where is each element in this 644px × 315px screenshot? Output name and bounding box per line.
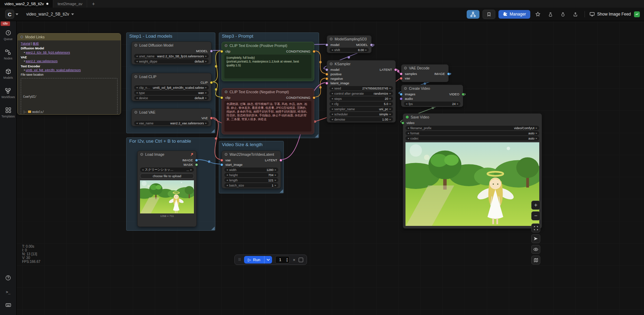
video-preview[interactable] xyxy=(405,142,539,226)
input-port-positive[interactable] xyxy=(325,73,328,76)
node-titlebar[interactable]: Save Video xyxy=(403,114,542,121)
run-button[interactable]: ▷ Run xyxy=(244,256,272,264)
manager-button[interactable]: Manager xyxy=(498,10,530,19)
widget-increment-icon[interactable]: ▸ xyxy=(205,60,207,63)
widget-row[interactable]: ◂ length 121 ▸ xyxy=(224,178,278,182)
input-port-images[interactable] xyxy=(400,93,403,96)
batch-count-steppers[interactable]: ▲▼ xyxy=(285,257,289,262)
widget-increment-icon[interactable]: ▸ xyxy=(205,86,207,89)
choose-file-button[interactable]: choose file to upload xyxy=(140,173,194,179)
batch-count-value[interactable]: 1 xyxy=(276,258,285,262)
node-canvas[interactable]: Step1 - Load models For I2v, use Ctrl + … xyxy=(0,0,644,315)
output-port-latent[interactable] xyxy=(279,159,282,162)
node-clip-text-encode-positive[interactable]: CLIP Text Encode (Positive Prompt) clip … xyxy=(222,42,314,81)
widget-decrement-icon[interactable]: ◂ xyxy=(136,97,138,99)
model-download-link[interactable]: umt5_xxl_fp8_e4m3fn_scaled.safetensors xyxy=(26,68,81,72)
widget-increment-icon[interactable]: ▸ xyxy=(390,92,391,95)
widget-row[interactable]: ◂ width 1280 ▸ xyxy=(224,168,278,172)
fit-view-button[interactable] xyxy=(531,223,540,232)
widget-row[interactable]: ◂ fps 24 ▸ xyxy=(404,102,460,106)
select-mode-button[interactable] xyxy=(531,234,540,243)
widget-row[interactable]: ◂ format auto ▸ xyxy=(405,131,539,135)
drag-handle-icon[interactable]: ⠿ xyxy=(238,258,241,262)
node-wan22-image-to-video-latent[interactable]: Wan22ImageToVideoLatent vae LATENT start… xyxy=(222,151,281,189)
collapse-dot[interactable] xyxy=(140,153,143,156)
collapse-dot[interactable] xyxy=(134,111,137,114)
output-port-mask[interactable] xyxy=(195,163,198,166)
zoom-in-button[interactable]: + xyxy=(531,201,540,210)
node-load-clip[interactable]: Load CLIP CLIP ◂ clip_name umt5_xxl_fp8_… xyxy=(131,73,212,101)
widget-increment-icon[interactable]: ▸ xyxy=(275,184,276,187)
widget-decrement-icon[interactable]: ◂ xyxy=(332,92,333,95)
group-title[interactable]: For I2v, use Ctrl + B to enable xyxy=(127,138,215,144)
zoom-out-button[interactable]: − xyxy=(531,211,540,220)
node-titlebar[interactable]: Load Image xyxy=(138,151,196,158)
sidebar-item-queue[interactable]: Queue xyxy=(4,30,13,41)
widget-increment-icon[interactable]: ▸ xyxy=(536,132,537,135)
node-load-image[interactable]: Load Image IMAGE MASK ◂ スクリーンショット 2025-0… xyxy=(137,151,197,227)
input-port-negative[interactable] xyxy=(325,77,328,80)
node-model-sampling-sd3[interactable]: ModelSamplingSD3 model MODEL ◂ shift 8.0… xyxy=(327,35,372,53)
tab-video-wan2-2-5b-ti2v[interactable]: video_wan2_2_5B_ti2v xyxy=(0,0,53,8)
widget-increment-icon[interactable]: ▸ xyxy=(275,179,276,182)
widget-increment-icon[interactable]: ▸ xyxy=(205,55,207,58)
input-port-audio[interactable] xyxy=(400,97,403,100)
input-port-model[interactable] xyxy=(325,68,328,71)
widget-row[interactable]: ◂ clip_name umt5_xxl_fp8_e4m3fn_scaled.s… xyxy=(134,85,209,90)
bookmark-button[interactable] xyxy=(483,10,495,19)
tutorial-link-cn[interactable]: 教程 xyxy=(33,42,39,45)
widget-decrement-icon[interactable]: ◂ xyxy=(136,92,138,94)
node-titlebar[interactable]: ModelSamplingSD3 xyxy=(327,36,371,42)
extension-status-icon[interactable] xyxy=(634,11,640,17)
widget-decrement-icon[interactable]: ◂ xyxy=(226,169,228,171)
widget-row[interactable]: ◂ height 704 ▸ xyxy=(224,173,278,177)
output-port-image[interactable] xyxy=(195,159,198,162)
widget-row[interactable]: ◂ vae_name wan2.2_vae.safetensors ▸ xyxy=(134,121,209,125)
widget-decrement-icon[interactable]: ◂ xyxy=(226,184,228,187)
new-workflow-tab-button[interactable]: + xyxy=(87,0,100,8)
widget-row[interactable]: ◂ batch_size 1 ▸ xyxy=(224,183,278,188)
sidebar-item-models[interactable]: Models xyxy=(3,68,13,79)
share-button[interactable] xyxy=(571,10,580,19)
input-port-clip[interactable] xyxy=(220,96,223,99)
node-save-video[interactable]: Save Video video ◂ filename_prefix video… xyxy=(403,113,542,229)
node-titlebar[interactable]: Wan22ImageToVideoLatent xyxy=(222,151,281,158)
widget-row[interactable]: ◂ sampler_name uni_pc ▸ xyxy=(329,107,393,111)
input-port-clip[interactable] xyxy=(220,50,223,53)
node-vae-decode[interactable]: VAE Decode samples IMAGE vae xyxy=(401,64,449,82)
widget-row[interactable]: ◂ shift 8.00 ▸ xyxy=(329,48,369,52)
widget-row[interactable]: ◂ steps 20 ▸ xyxy=(329,96,393,101)
group-title[interactable]: Video Size & length xyxy=(219,141,283,148)
node-clip-text-encode-negative[interactable]: CLIP Text Encode (Negative Prompt) clip … xyxy=(222,88,314,134)
widget-decrement-icon[interactable]: ◂ xyxy=(408,132,409,135)
widget-decrement-icon[interactable]: ◂ xyxy=(332,97,333,100)
output-port-clip[interactable] xyxy=(210,81,213,84)
collapse-dot[interactable] xyxy=(134,75,137,78)
widget-increment-icon[interactable]: ▸ xyxy=(205,122,207,125)
widget-decrement-icon[interactable]: ◂ xyxy=(408,127,409,130)
input-port-model[interactable] xyxy=(325,43,328,46)
collapse-dot[interactable] xyxy=(404,67,407,69)
widget-increment-icon[interactable]: ▸ xyxy=(457,103,458,105)
beta-flask-button[interactable] xyxy=(546,10,555,19)
workflow-name-dropdown[interactable]: video_wan2_2_5B_ti2v xyxy=(26,12,74,17)
widget-decrement-icon[interactable]: ◂ xyxy=(136,60,138,63)
widget-increment-icon[interactable]: ▸ xyxy=(390,113,391,116)
output-port-conditioning[interactable] xyxy=(312,50,316,53)
collapse-dot[interactable] xyxy=(225,90,227,93)
widget-increment-icon[interactable]: ▸ xyxy=(205,92,207,94)
model-download-link[interactable]: wan2.2_vae.safetensors xyxy=(26,59,57,63)
widget-decrement-icon[interactable]: ◂ xyxy=(226,179,228,182)
model-download-link[interactable]: wan2.2_ti2v_5B_fp16.safetensors xyxy=(26,51,70,54)
group-title[interactable]: Step3 - Prompt xyxy=(219,33,319,39)
widget-increment-icon[interactable]: ▸ xyxy=(390,103,391,105)
widget-decrement-icon[interactable]: ◂ xyxy=(226,174,228,176)
output-port-conditioning[interactable] xyxy=(312,96,316,99)
widget-decrement-icon[interactable]: ◂ xyxy=(332,87,333,90)
node-titlebar[interactable]: Load VAE xyxy=(132,109,211,116)
node-titlebar[interactable]: Load Diffusion Model xyxy=(132,42,211,49)
node-load-diffusion-model[interactable]: Load Diffusion Model MODEL ◂ unet_name w… xyxy=(131,41,212,65)
widget-increment-icon[interactable]: ▸ xyxy=(536,127,537,130)
widget-increment-icon[interactable]: ▸ xyxy=(275,174,276,176)
widget-row[interactable]: ◂ seed 274785682553745 ▸ xyxy=(329,86,393,90)
